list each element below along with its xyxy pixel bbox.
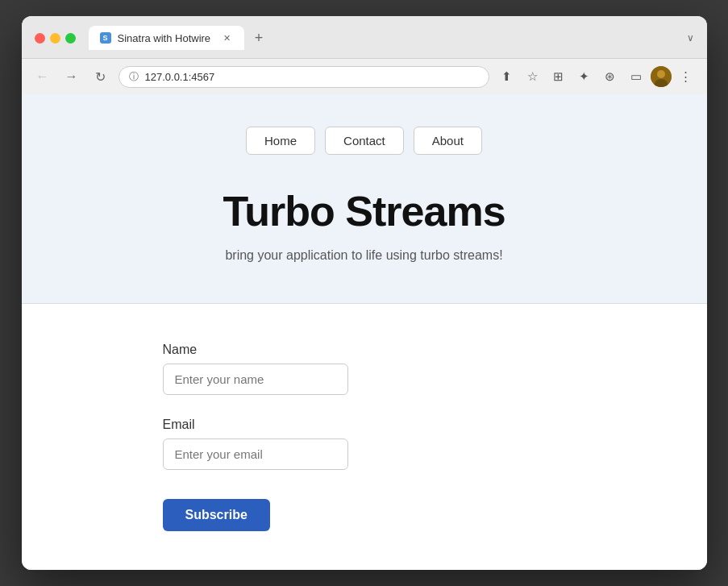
new-tab-button[interactable]: +	[248, 27, 270, 49]
share-icon[interactable]: ⬆	[496, 65, 518, 88]
toolbar-icons: ⬆ ☆ ⊞ ✦ ⊛ ▭ ⋮	[496, 65, 697, 88]
name-field-group: Name	[163, 343, 566, 395]
email-label: Email	[163, 418, 566, 432]
form-inner: Name Email Subscribe	[163, 343, 566, 531]
tablet-icon[interactable]: ▭	[625, 65, 647, 88]
menu-icon[interactable]: ⋮	[675, 65, 697, 88]
nav-contact[interactable]: Contact	[325, 127, 404, 155]
reload-button[interactable]: ↻	[89, 65, 112, 88]
tab-expand-button[interactable]: ∨	[687, 32, 694, 44]
back-button[interactable]: ←	[31, 65, 54, 88]
tab-title: Sinatra with Hotwire	[118, 32, 211, 44]
title-bar: S Sinatra with Hotwire ✕ + ∨	[22, 16, 707, 58]
security-icon: ⓘ	[129, 70, 139, 84]
hero-title: Turbo Streams	[38, 187, 691, 235]
close-button[interactable]	[35, 33, 45, 44]
url-text: 127.0.0.1:4567	[145, 71, 215, 83]
form-section: Name Email Subscribe	[22, 304, 707, 570]
url-bar[interactable]: ⓘ 127.0.0.1:4567	[119, 66, 489, 88]
page-content: Home Contact About Turbo Streams bring y…	[22, 94, 707, 570]
tab-area: S Sinatra with Hotwire ✕ + ∨	[89, 26, 694, 50]
hero-section: Home Contact About Turbo Streams bring y…	[22, 94, 707, 304]
nav-about[interactable]: About	[414, 127, 482, 155]
hero-subtitle: bring your application to life using tur…	[38, 248, 691, 263]
name-label: Name	[163, 343, 566, 357]
minimize-button[interactable]	[50, 33, 60, 44]
name-input[interactable]	[163, 364, 348, 395]
browser-window: S Sinatra with Hotwire ✕ + ∨ ← → ↻ ⓘ 127…	[22, 16, 707, 570]
feather-icon[interactable]: ✦	[573, 65, 596, 88]
email-input[interactable]	[163, 438, 348, 470]
extensions-icon[interactable]: ⊞	[547, 65, 570, 88]
bookmark-icon[interactable]: ☆	[522, 65, 544, 88]
forward-button[interactable]: →	[60, 65, 83, 88]
email-field-group: Email	[163, 418, 566, 470]
avatar[interactable]	[651, 66, 672, 87]
maximize-button[interactable]	[65, 33, 76, 44]
address-bar: ← → ↻ ⓘ 127.0.0.1:4567 ⬆ ☆ ⊞ ✦ ⊛ ▭ ⋮	[22, 58, 707, 94]
window-controls	[35, 33, 76, 44]
nav-menu: Home Contact About	[38, 127, 691, 155]
svg-point-1	[657, 70, 665, 78]
active-tab[interactable]: S Sinatra with Hotwire ✕	[89, 26, 245, 50]
tab-favicon: S	[100, 32, 111, 44]
nav-home[interactable]: Home	[246, 127, 315, 155]
puzzle-icon[interactable]: ⊛	[599, 65, 622, 88]
subscribe-button[interactable]: Subscribe	[163, 499, 270, 531]
tab-close-button[interactable]: ✕	[220, 31, 233, 44]
